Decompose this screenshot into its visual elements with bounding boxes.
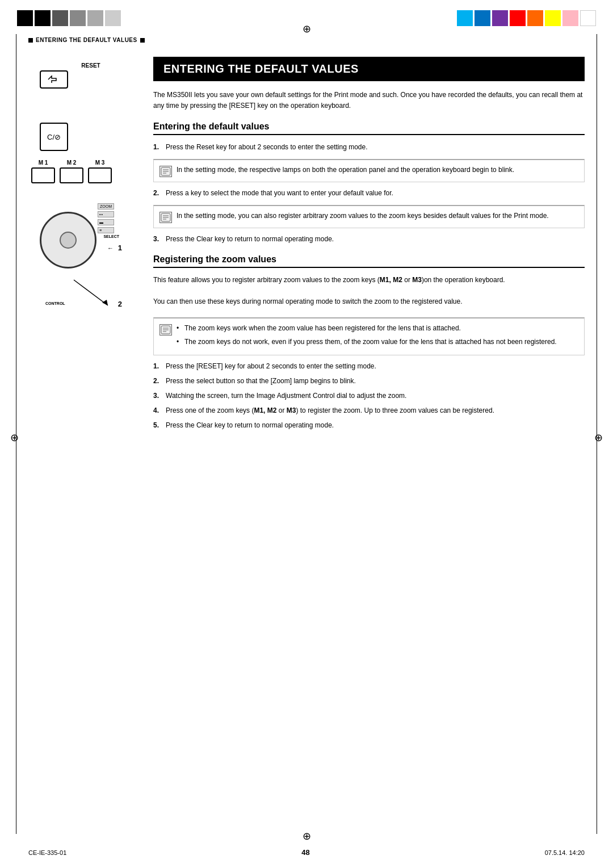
info-box-bullets: The zoom keys work when the zoom value h… [153, 317, 585, 355]
color-block-gray3 [87, 10, 103, 26]
step-num: 1. [153, 142, 161, 152]
dial-circle [40, 212, 96, 269]
info-icon-1 [159, 166, 172, 177]
reset-key-diagram: RESET [40, 62, 142, 89]
section1-steps-2: 2. Press a key to select the mode that y… [153, 188, 585, 198]
step-1-2: 2. Press a key to select the mode that y… [153, 188, 585, 198]
dial-icon-bar: ▬ [98, 219, 114, 225]
section2-intro1: This feature allows you to register arbi… [153, 275, 585, 286]
main-content: RESET C/⊘ M 1 M 2 [28, 57, 585, 823]
info-box-1: In the setting mode, the respective lamp… [153, 159, 585, 182]
mode-keys-row: M 1 M 2 M 3 [31, 160, 142, 183]
bullet-item-2: The zoom keys do not work, even if you p… [177, 337, 557, 347]
mode-key-m1-label: M 1 [39, 160, 48, 166]
info-text-1: In the setting mode, the respective lamp… [177, 165, 514, 177]
color-block-blue [475, 10, 490, 26]
header-section: ENTERING THE DEFAULT VALUES [28, 37, 585, 46]
step-num-3: 3. [153, 234, 161, 244]
section1-steps: 1. Press the Reset key for about 2 secon… [153, 142, 585, 152]
m2-bold: M2 [393, 276, 402, 284]
footer-right: 07.5.14. 14:20 [545, 849, 585, 856]
s2-step-num-3: 3. [153, 391, 161, 401]
main-heading: ENTERING THE DEFAULT VALUES [153, 57, 585, 81]
select-label: SELECT [103, 234, 119, 238]
intro-text: The MS350II lets you save your own defau… [153, 90, 585, 111]
footer-page-number: 48 [301, 848, 309, 857]
s2-m1-bold: M1, [254, 406, 265, 414]
footer: CE-IE-335-01 48 07.5.14. 14:20 [28, 848, 585, 857]
step-text-2: Press a key to select the mode that you … [166, 188, 393, 198]
info-icon-3 [159, 324, 172, 336]
section2-step-2: 2. Press the select button so that the [… [153, 376, 585, 386]
color-block-pink [562, 10, 578, 26]
color-block-black [17, 10, 33, 26]
dial-icon-dots: •• [98, 211, 114, 217]
color-block-purple [492, 10, 508, 26]
section2-heading: Registering the zoom values [153, 254, 585, 268]
step-1-3: 3. Press the Clear key to return to norm… [153, 234, 585, 244]
cross-mark-top: ⊕ [303, 23, 311, 35]
section2-intro2: You can then use these keys during norma… [153, 296, 585, 307]
mode-key-m1: M 1 [31, 160, 55, 183]
cross-mark-bottom: ⊕ [303, 830, 311, 842]
info-box-2: In the setting mode, you can also regist… [153, 205, 585, 228]
clear-key-box: C/⊘ [40, 123, 68, 151]
reset-key-label: RESET [40, 62, 142, 69]
section1-heading: Entering the default values [153, 121, 585, 135]
reset-icon [47, 74, 61, 85]
dial-inner [60, 232, 77, 249]
left-panel: RESET C/⊘ M 1 M 2 [28, 57, 142, 314]
reset-key-box [40, 70, 68, 89]
step-text-3: Press the Clear key to return to normal … [166, 234, 334, 244]
number-1-label: 1 [118, 244, 122, 252]
color-block-black2 [35, 10, 51, 26]
s2-step-text-5: Press the Clear key to return to normal … [166, 420, 334, 430]
number-2-label: 2 [118, 300, 122, 308]
cross-mark-right: ⊕ [594, 431, 603, 444]
right-panel: ENTERING THE DEFAULT VALUES The MS350II … [153, 57, 585, 437]
mode-key-m3-box [88, 167, 112, 183]
color-block-red [510, 10, 526, 26]
page-border-right [597, 34, 597, 834]
info-bullet-list: The zoom keys work when the zoom value h… [177, 323, 557, 350]
mode-keys-diagram: M 1 M 2 M 3 [31, 160, 142, 183]
s2-step-num-1: 1. [153, 361, 161, 371]
color-block-yellow [545, 10, 561, 26]
color-block-gray4 [105, 10, 121, 26]
mode-key-m3-label: M 3 [95, 160, 105, 166]
section2-step-1: 1. Press the [RESET] key for about 2 sec… [153, 361, 585, 371]
s2-step-num-2: 2. [153, 376, 161, 386]
page-border-left [16, 34, 16, 834]
cross-mark-left: ⊕ [10, 431, 19, 444]
info-svg-3 [161, 325, 171, 334]
s2-step-num-5: 5. [153, 420, 161, 430]
header-nav: ENTERING THE DEFAULT VALUES [28, 37, 585, 43]
header-nav-text: ENTERING THE DEFAULT VALUES [36, 37, 137, 43]
info-svg-2 [161, 213, 171, 222]
s2-m2-bold: M2 [267, 406, 277, 414]
section2-step-5: 5. Press the Clear key to return to norm… [153, 420, 585, 430]
color-block-gray2 [70, 10, 86, 26]
m3-bold: M3 [412, 276, 422, 284]
mode-key-m2-box [60, 167, 83, 183]
control-arrow-svg [34, 274, 131, 314]
nav-square-right [140, 38, 145, 43]
section2-steps: 1. Press the [RESET] key for about 2 sec… [153, 361, 585, 430]
control-diagram: ZOOM •• ▬ ≡ SELECT ← 1 CONTROL 2 [34, 200, 131, 314]
s2-step-text-4: Press one of the zoom keys (M1, M2 or M3… [166, 405, 494, 416]
s2-step-text-2: Press the select button so that the [Zoo… [166, 376, 356, 386]
clear-key-symbol: C/⊘ [47, 133, 61, 141]
step-1-1: 1. Press the Reset key for about 2 secon… [153, 142, 585, 152]
mode-key-m2-label: M 2 [67, 160, 77, 166]
dial-icon-lines: ≡ [98, 227, 114, 233]
mode-key-m1-box [31, 167, 55, 183]
mode-key-m2: M 2 [60, 160, 83, 183]
info-text-2: In the setting mode, you can also regist… [177, 211, 549, 223]
step-num-2: 2. [153, 188, 161, 198]
clear-key-diagram: C/⊘ [40, 123, 142, 151]
s2-step-text-3: Watching the screen, turn the Image Adju… [166, 391, 406, 401]
section2-step-3: 3. Watching the screen, turn the Image A… [153, 391, 585, 401]
s2-step-num-4: 4. [153, 405, 161, 416]
s2-step-text-1: Press the [RESET] key for about 2 second… [166, 361, 376, 371]
svg-line-0 [74, 280, 108, 305]
